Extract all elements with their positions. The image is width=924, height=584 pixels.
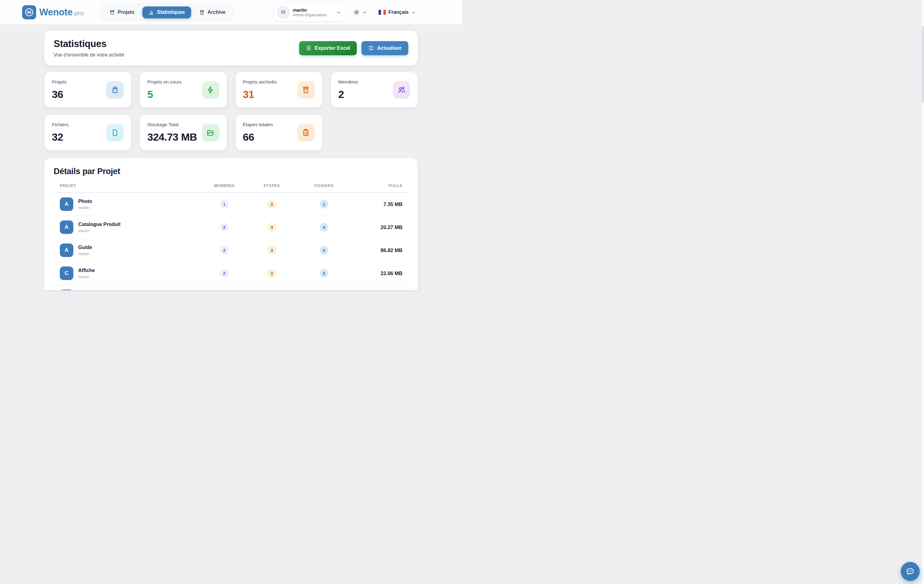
project-name: Guide — [78, 245, 92, 250]
project-owner: martin — [78, 205, 92, 210]
theme-selector[interactable] — [353, 9, 367, 16]
top-bar: Wenote.pro Projets Statistiques Archive … — [0, 0, 462, 25]
project-avatar: A — [60, 243, 73, 257]
stat-label: Étapes totales — [243, 122, 273, 127]
etapes-badge: 3 — [267, 200, 276, 208]
stat-label: Stockage Total — [147, 122, 197, 127]
chevron-down-icon — [337, 10, 341, 15]
main-nav: Projets Statistiques Archive — [101, 4, 234, 21]
nav-label: Projets — [118, 10, 134, 15]
language-selector[interactable]: Français — [379, 10, 416, 15]
project-size: 86.82 MB — [350, 248, 408, 253]
project-size: 20.27 MB — [350, 225, 408, 230]
project-avatar: A — [60, 220, 73, 234]
stat-value: 5 — [147, 88, 182, 100]
project-name: Catalogue Produit — [78, 222, 120, 227]
stat-card-projets-archives: Projets archivés 31 — [236, 72, 322, 108]
table-row-partial[interactable] — [54, 285, 408, 290]
etapes-badge: 4 — [267, 223, 276, 232]
project-avatar: C — [60, 266, 73, 280]
membres-badge: 2 — [220, 269, 229, 278]
users-group-icon — [393, 81, 410, 99]
table-row[interactable]: C Affiche martin 2 3 3 22.06 MB — [54, 262, 408, 285]
file-download-icon — [306, 45, 312, 51]
stat-card-fichiers: Fichiers 32 — [45, 115, 131, 150]
stat-value: 2 — [338, 88, 358, 100]
table-row[interactable]: A Catalogue Produit martin 2 4 4 20.27 M… — [54, 216, 408, 239]
stat-label: Projets archivés — [243, 79, 277, 85]
stat-card-projets-en-cours: Projets en cours 5 — [140, 72, 226, 108]
stat-value: 324.73 MB — [147, 131, 197, 143]
stat-label: Projets — [52, 79, 66, 85]
table-row[interactable]: A Guide martin 2 3 3 86.82 MB — [54, 239, 408, 262]
language-label: Français — [388, 10, 409, 15]
refresh-button[interactable]: Actualiser — [361, 41, 408, 55]
wenote-logo-icon — [22, 5, 36, 19]
sun-icon — [353, 9, 360, 16]
table-row[interactable]: A Photo martin 1 3 1 7.35 MB — [54, 193, 408, 216]
project-avatar — [60, 290, 73, 290]
file-icon — [106, 124, 124, 141]
page-header-panel: Statistiques Vue d'ensemble de votre act… — [45, 31, 417, 65]
project-owner: martin — [78, 251, 92, 256]
refresh-label: Actualiser — [377, 45, 402, 51]
user-role: Admin Organisation — [293, 13, 327, 17]
stats-row-1: Projets 36 Projets en cours 5 Proj — [45, 72, 417, 108]
archive-box-icon — [109, 10, 115, 15]
project-size: 22.06 MB — [350, 271, 408, 276]
archive-box-icon — [106, 81, 124, 99]
logo-suffix: .pro — [73, 10, 83, 17]
nav-label: Statistiques — [157, 10, 185, 15]
user-menu[interactable]: M martin Admin Organisation — [274, 3, 346, 22]
user-name: martin — [293, 7, 327, 13]
project-owner: martin — [78, 228, 120, 233]
project-owner: martin — [78, 275, 95, 279]
col-header-membres: Membres — [203, 184, 246, 188]
logo-text: Wenote — [39, 7, 73, 18]
trash-icon — [199, 10, 205, 15]
stat-value: 32 — [52, 131, 68, 143]
clipboard-list-icon — [297, 124, 315, 141]
avatar: M — [277, 6, 289, 18]
details-panel: Détails par Projet Projet Membres Étapes… — [45, 158, 417, 290]
project-avatar: A — [60, 197, 73, 211]
app-logo[interactable]: Wenote.pro — [22, 5, 84, 19]
stat-card-membres: Membres 2 — [331, 72, 417, 108]
lightning-bolt-icon — [202, 81, 219, 99]
membres-badge: 2 — [220, 246, 229, 255]
project-name: Affiche — [78, 268, 95, 273]
refresh-icon — [368, 45, 374, 51]
projects-table: Projet Membres Étapes Fichiers Taille A … — [54, 184, 408, 290]
stat-value: 66 — [243, 131, 273, 143]
nav-label: Archive — [208, 10, 226, 15]
stats-row-2: Fichiers 32 Stockage Total 324.73 MB — [45, 115, 417, 150]
fichiers-badge: 1 — [320, 200, 328, 208]
chevron-down-icon — [411, 10, 416, 15]
stat-label: Projets en cours — [147, 79, 182, 85]
nav-item-archive[interactable]: Archive — [193, 7, 232, 18]
fichiers-badge: 3 — [320, 246, 328, 255]
page-title: Statistiques — [54, 38, 124, 50]
project-name: Photo — [78, 199, 92, 204]
folder-open-icon — [202, 124, 219, 141]
etapes-badge: 3 — [267, 246, 276, 255]
stat-value: 36 — [52, 88, 66, 100]
export-excel-label: Exporter Excel — [315, 45, 350, 51]
fichiers-badge: 3 — [320, 269, 328, 278]
nav-item-statistiques[interactable]: Statistiques — [142, 7, 191, 18]
stat-card-projets: Projets 36 — [45, 72, 131, 108]
table-header-row: Projet Membres Étapes Fichiers Taille — [54, 184, 408, 193]
archive-trash-icon — [297, 81, 315, 99]
nav-item-projets[interactable]: Projets — [103, 7, 140, 18]
export-excel-button[interactable]: Exporter Excel — [299, 41, 357, 55]
details-title: Détails par Projet — [54, 167, 408, 176]
stat-label: Membres — [338, 79, 358, 85]
col-header-fichiers: Fichiers — [298, 184, 350, 188]
page-subtitle: Vue d'ensemble de votre activité — [54, 52, 124, 58]
stat-card-stockage: Stockage Total 324.73 MB — [140, 115, 226, 150]
stat-card-etapes: Étapes totales 66 — [236, 115, 322, 150]
col-header-etapes: Étapes — [246, 184, 298, 188]
membres-badge: 1 — [220, 200, 229, 208]
stat-value: 31 — [243, 88, 277, 100]
col-header-taille: Taille — [350, 184, 408, 188]
